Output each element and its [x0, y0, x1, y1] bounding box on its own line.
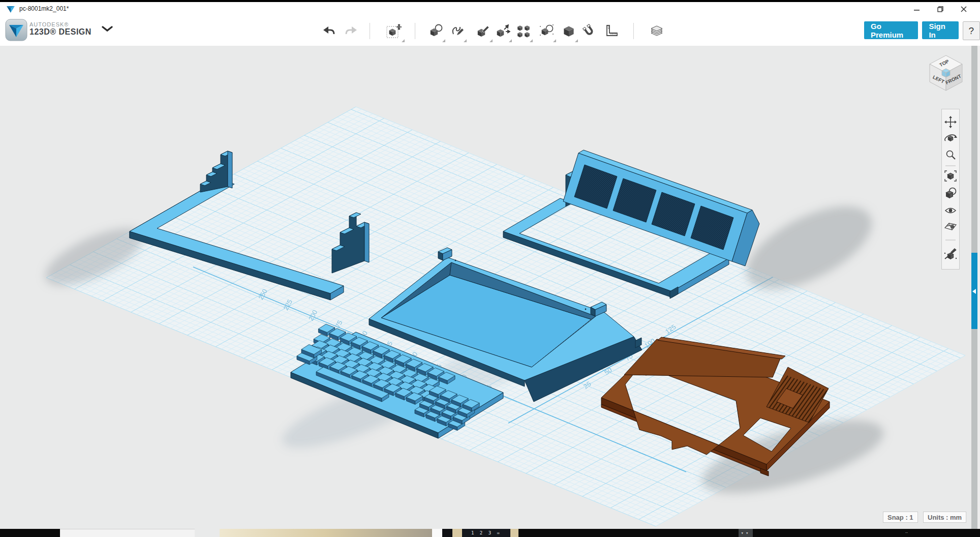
snap-magnet-button[interactable] [578, 19, 600, 43]
minimize-icon[interactable] [913, 5, 921, 13]
thumbnail-keys-text: 1 2 3 = [471, 530, 501, 535]
layers-button[interactable] [646, 19, 668, 43]
dropdown-caret [402, 39, 405, 42]
chevron-down-icon: ▾ [741, 530, 746, 535]
thumbnail-arrows[interactable]: ▾▾ [739, 529, 753, 537]
background-thumbnail-strip: 1 2 3 = ▾▾ .. [0, 529, 980, 537]
navigation-toolbar [941, 109, 960, 270]
help-button[interactable]: ? [963, 21, 980, 40]
scene-svg: 250225200175150125100755025125100755025 [0, 46, 980, 529]
thumbnail-photo-beige[interactable] [220, 529, 432, 537]
thumbnail-dots: .. [905, 529, 908, 534]
undo-button[interactable] [318, 19, 340, 43]
model-viewport[interactable]: 250225200175150125100755025125100755025 [0, 46, 980, 529]
dropdown-caret [553, 39, 556, 42]
snap-setting[interactable]: Snap : 1 [883, 512, 918, 523]
thumbnail-number-keys[interactable]: 1 2 3 = [462, 529, 510, 537]
account-buttons: Go Premium Sign In ? [864, 21, 980, 40]
app-window: pc-8001mk2_001* [0, 0, 980, 537]
right-edge-pad [977, 46, 980, 529]
brand-text: AUTODESK® 123D® DESIGN [29, 21, 91, 37]
app-mini-logo-icon [6, 5, 16, 14]
brand-123d-design: 123D® DESIGN [29, 27, 91, 37]
dropdown-caret [530, 39, 533, 42]
group-tool-button[interactable] [558, 19, 580, 43]
combine-tool-button[interactable] [536, 19, 558, 43]
sketch-tool-button[interactable] [446, 19, 469, 43]
measure-tool-button[interactable] [600, 19, 623, 43]
dropdown-caret [509, 39, 512, 42]
app-logo-icon[interactable] [5, 19, 27, 42]
dropdown-caret [442, 39, 445, 42]
toolbar-separator [370, 23, 370, 39]
thumbnail-keys-edge[interactable] [442, 529, 452, 537]
units-setting[interactable]: Units : mm [923, 512, 966, 523]
thumbnail-light[interactable] [60, 529, 195, 537]
visibility-icon[interactable] [945, 208, 956, 213]
window-title: pc-8001mk2_001* [19, 5, 69, 12]
chevron-down-icon: ▾ [746, 530, 750, 535]
close-icon[interactable] [960, 5, 968, 13]
thumbnail-gap [432, 529, 442, 537]
sign-in-button[interactable]: Sign In [922, 21, 958, 39]
dropdown-caret [464, 39, 467, 42]
construct-tool-button[interactable] [492, 19, 514, 43]
view-cube[interactable]: TOP LEFT FRONT [923, 49, 969, 96]
thumbnail-dark[interactable] [0, 529, 60, 537]
window-controls [913, 5, 968, 13]
primitives-tool-button[interactable] [425, 19, 447, 43]
go-premium-button[interactable]: Go Premium [864, 21, 918, 39]
panel-arrow-icon [972, 289, 976, 294]
thumbnail-dark[interactable]: .. [753, 529, 980, 537]
restore-icon[interactable] [936, 5, 944, 13]
chevron-down-icon[interactable] [101, 25, 114, 33]
main-toolbar: AUTODESK® 123D® DESIGN [0, 16, 980, 46]
redo-button[interactable] [340, 19, 362, 43]
thumbnail-keys-tan[interactable] [452, 529, 462, 537]
brand-autodesk: AUTODESK® [29, 21, 91, 27]
pattern-tool-button[interactable] [512, 19, 535, 43]
thumbnail-keys-tan[interactable] [510, 529, 518, 537]
toolbar-separator [415, 23, 415, 39]
transform-tool-button[interactable] [381, 19, 407, 43]
thumbnail-dark[interactable] [518, 529, 739, 537]
toolbar-separator [633, 23, 634, 39]
title-bar: pc-8001mk2_001* [0, 2, 980, 16]
